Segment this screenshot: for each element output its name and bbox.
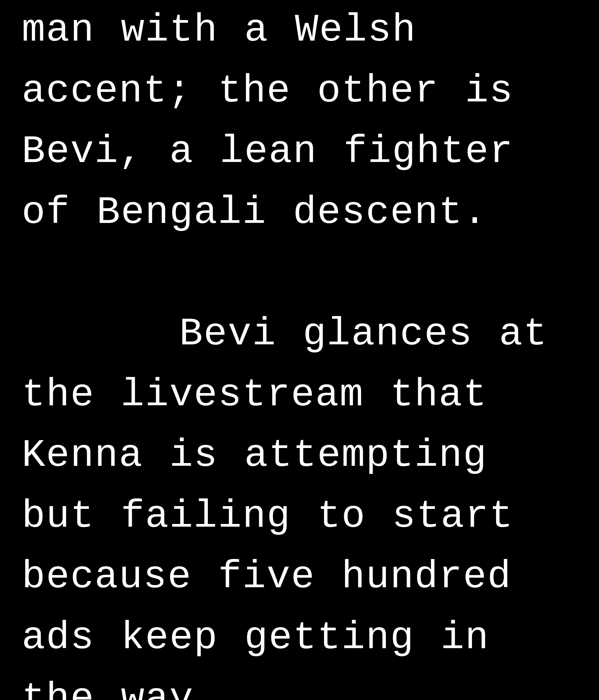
- page-content: man with a Welsh accent; the other is Be…: [0, 0, 599, 700]
- story-text: man with a Welsh accent; the other is Be…: [22, 0, 577, 700]
